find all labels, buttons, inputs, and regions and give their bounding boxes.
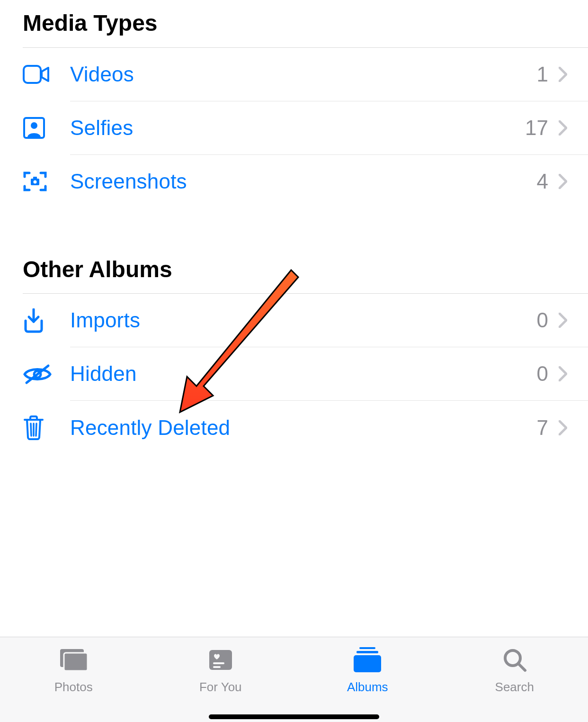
row-count: 4 (537, 170, 548, 193)
svg-rect-12 (64, 653, 88, 671)
trash-icon (23, 415, 70, 441)
row-label: Selfies (70, 116, 525, 140)
albums-icon (352, 647, 383, 673)
tab-label: Photos (54, 680, 93, 695)
home-indicator[interactable] (209, 714, 379, 719)
svg-rect-15 (213, 666, 221, 668)
tab-label: For You (199, 680, 242, 695)
section-title-media-types: Media Types (23, 5, 588, 47)
row-count: 1 (537, 63, 548, 86)
selfie-icon (23, 117, 70, 139)
tab-for-you[interactable]: For You (147, 637, 294, 722)
screenshot-icon (23, 170, 70, 193)
tab-bar: Photos For You Albums (0, 637, 588, 722)
search-icon (501, 647, 528, 673)
row-videos[interactable]: Videos 1 (23, 48, 588, 101)
photos-stack-icon (57, 647, 89, 673)
tab-albums[interactable]: Albums (294, 637, 441, 722)
row-label: Videos (70, 63, 537, 86)
svg-rect-13 (209, 650, 232, 670)
svg-rect-18 (354, 655, 381, 672)
svg-line-20 (518, 664, 525, 670)
section-title-other-albums: Other Albums (23, 251, 588, 294)
hidden-icon (23, 364, 70, 385)
row-screenshots[interactable]: Screenshots 4 (23, 155, 588, 208)
svg-rect-0 (24, 66, 41, 83)
row-label: Imports (70, 308, 537, 332)
tab-search[interactable]: Search (441, 637, 588, 722)
section-media-types: Media Types Videos 1 (23, 5, 588, 208)
svg-rect-16 (359, 647, 375, 649)
row-recently-deleted[interactable]: Recently Deleted 7 (23, 401, 588, 454)
chevron-right-icon (559, 67, 567, 82)
row-count: 0 (537, 308, 548, 332)
svg-rect-17 (356, 651, 378, 653)
row-count: 17 (525, 116, 548, 140)
svg-line-8 (31, 424, 31, 436)
svg-rect-14 (213, 662, 224, 664)
for-you-icon (207, 647, 234, 673)
row-hidden[interactable]: Hidden 0 (23, 347, 588, 401)
import-icon (23, 308, 70, 333)
video-icon (23, 65, 70, 84)
row-label: Recently Deleted (70, 416, 537, 440)
tab-label: Albums (347, 680, 388, 695)
tab-label: Search (495, 680, 534, 695)
row-selfies[interactable]: Selfies 17 (23, 101, 588, 155)
svg-rect-4 (33, 177, 37, 179)
chevron-right-icon (559, 174, 567, 189)
svg-point-5 (34, 180, 37, 184)
chevron-right-icon (559, 313, 567, 328)
chevron-right-icon (559, 120, 567, 135)
row-count: 7 (537, 416, 548, 440)
section-other-albums: Other Albums Imports 0 (23, 251, 588, 455)
row-label: Screenshots (70, 170, 537, 193)
row-imports[interactable]: Imports 0 (23, 294, 588, 347)
row-count: 0 (537, 362, 548, 386)
svg-line-10 (36, 424, 36, 436)
row-label: Hidden (70, 362, 537, 386)
chevron-right-icon (559, 366, 567, 381)
chevron-right-icon (559, 420, 567, 435)
tab-photos[interactable]: Photos (0, 637, 147, 722)
svg-point-2 (31, 122, 37, 129)
